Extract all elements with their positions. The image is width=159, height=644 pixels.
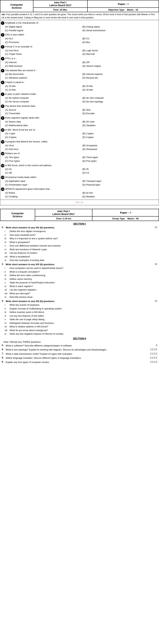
sub-question-number: v [5,281,10,284]
sub-question-number: iii [5,310,10,314]
mcq-options: (A) Stacks data(B) I/O units(C) Mathemat… [5,120,158,128]
mcq-option: (C) 3-types [5,136,81,139]
mcq-content: Format C is an example of :(A) Anti-Viru… [5,45,158,56]
mcq-content: CPU is also called :(A) ALU(B) CU(C) Pro… [5,33,158,44]
question-text: Write short answers to any SIX (6) quest… [6,263,152,266]
question-number: 3. [2,263,6,265]
question-number: 6. [2,348,6,351]
sub-question: iDefine the term digital convergence. [5,230,157,233]
question-marks: 2,2,2,2 [150,348,157,351]
sub-question: viiList two features of modem. [5,251,157,255]
paper2-exam: Inter Part I Lahore Board 2017 [35,209,92,216]
mcq-question-text: In peer to peer network modal : [5,92,158,96]
question-marks: 12 [152,263,157,265]
sub-question-text: What is stack register? [10,284,157,288]
mcq-option: (A) Source [5,108,81,112]
paper1-type-label: Objective Type [108,8,124,11]
sub-question-text: Define cache memory. [10,277,157,281]
sub-question-text: What is broadband? [10,255,157,258]
sub-question-number: viii [5,328,10,332]
sub-question-text: Define the term digital convergence. [10,230,157,233]
sub-question-text: Define the term video conferencing. [10,274,157,277]
section1-question: 4.Write short answers to any SIX (6) que… [2,300,157,303]
mcq-number: 11 [1,140,5,144]
sub-question-text: Describe privacy issue. [10,295,157,299]
mcq-options: (A) Source(B) Sink(C) Transmitter(D) Enc… [5,108,158,116]
sub-question-text: List two features of modem. [10,251,157,255]
mcq-options: (A) Application layer(B) Transport layer… [5,179,158,187]
mcq-item: 11A program that detects the viruses, ca… [0,140,159,151]
sub-question: viWhat is stack register? [5,284,157,288]
mcq-content: Extra segment register deals with :(A) S… [5,116,158,127]
mcq-content: Plotters are of:(A) Two types(B) Three t… [5,152,158,163]
mcq-option: (C) Web browser [5,64,81,68]
mcq-options: (A) Anti-Virus(B) Logic bomb(C) Trojan h… [5,49,158,56]
mcq-question-text: In MS-Excel, which is the correct cell a… [5,164,158,168]
paper2-type-label: Essay Type [112,217,125,220]
mcq-option: (B) Air line [82,191,158,195]
sub-question-number: iv [5,240,10,244]
sub-question-number: i [5,266,10,270]
sub-question-number: ii [5,233,10,237]
mcq-option: (D) C5 [82,171,158,175]
paper1-marks-label: Marks : 15 [127,8,138,11]
sub-question-text: How does trackball work? [10,233,157,237]
mcq-options: (A) Robot(B) Air line(C) Chatting(D) Wea… [5,191,158,198]
mcq-question-text: Format C is an example of : [5,45,158,49]
sub-question: iHow computers can be used in department… [5,266,157,270]
mcq-question-text: In MS- Word Scroll bar are of : [5,128,158,132]
section1-question: 3.Write short answers to any SIX (6) que… [2,263,157,266]
sub-question: viDistinguish between formulas and funct… [5,322,157,325]
mcq-option: (C) Processor [5,40,81,44]
question-text: What is data transmission mode? Explain … [6,352,150,356]
mcq-option: (D) Bus [82,40,158,44]
question-number: 5. [2,344,6,346]
sub-question: iiiDefine the term video conferencing. [5,274,157,277]
sub-question-number: i [5,303,10,307]
mcq-option: (D) Physical layer [82,183,158,187]
mcq-option: (D) Weather [82,195,158,198]
mcq-content: The deleted files are stored in :(A) My … [5,69,158,80]
sub-question-text: Write two functions of Network Layer. [10,248,157,251]
mcq-question-text: CPU is also called : [5,33,158,37]
mcq-content: All physical media deals within:(A) Appl… [5,176,158,186]
mcq-option: (A) Two types [5,156,81,159]
question-marks: 12 [152,300,157,302]
paper1-type: Objective Type Marks : 15 [88,8,159,12]
mcq-option: (B) 2-types [82,132,158,136]
question-marks: 2,2,2,2 [150,352,157,355]
mcq-item: 7In peer to peer network modal :(A) No h… [0,92,159,104]
question-number: 9. [2,360,6,363]
sub-question-text: Explain concept of multitasking in opera… [10,307,157,310]
sub-question-text: What is computer simulation? [10,270,157,274]
mcq-option: (D) Five types [82,159,158,163]
mcq-question-text: SPARCO department gives information that… [5,187,158,191]
mcq-number: 9 [1,116,5,120]
sub-question-number: vii [5,251,10,255]
sub-question-number: iv [5,314,10,318]
mcq-option: (A) Robot [5,191,81,195]
mcq-item: 2CPU is also called :(A) ALU(B) CU(C) Pr… [0,32,159,44]
sub-question: iWrite two events of keyboard. [5,303,157,307]
mcq-number: 3 [1,45,5,49]
mcq-item: 1Amplitude is the characteristic of :(A)… [0,21,159,32]
mcq-number: 2 [1,33,5,37]
sub-question-number: ii [5,270,10,274]
question-number: 2. [2,226,6,228]
sub-question-number: iv [5,277,10,281]
mcq-option: (D) Serial transmission [82,29,158,32]
sub-question-number: ix [5,295,10,299]
mcq-options: (A) Digital signal(B) Analog signal(C) P… [5,25,158,32]
sub-question-text: List two segment registers. [10,288,157,292]
mcq-option: (A) Application layer [5,179,81,183]
question-text: Write short answers to any SIX (6) quest… [6,226,152,230]
sub-question-number: vii [5,325,10,328]
sub-question-text: Write two events of keyboard. [10,303,157,307]
sub-questions-container: iDefine the term digital convergence.iiH… [2,230,157,262]
sub-question: viiWhat is relative address in MS-Excel? [5,325,157,328]
mcq-option: (B) ISP [82,60,158,64]
mcq-option: (B) 20 bits [82,84,158,88]
mcq-option: (C) No server computer [5,100,81,104]
question-text: Define language translator. Discuss diff… [6,356,150,360]
mcq-number: 4 [1,57,5,60]
